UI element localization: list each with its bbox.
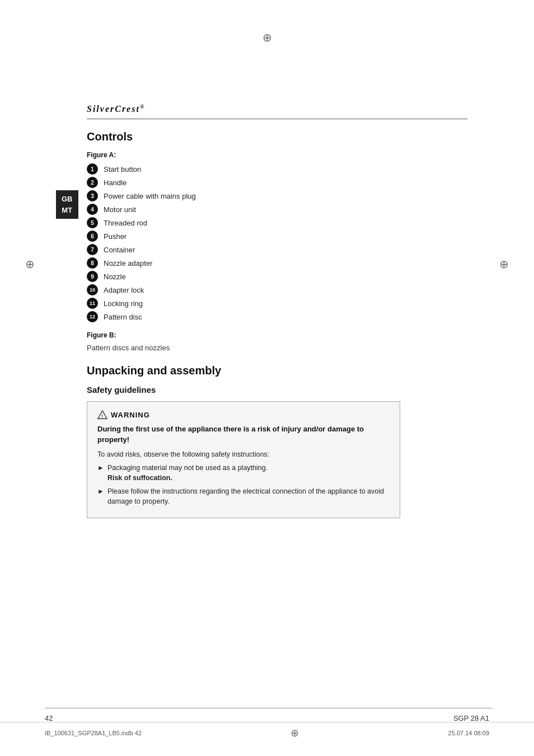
sidebar-line-1: GB xyxy=(62,194,73,205)
item-label-5: Threaded rod xyxy=(104,219,147,227)
model-number: SGP 28 A1 xyxy=(453,714,489,722)
safety-subheading: Safety guidelines xyxy=(87,385,467,395)
figure-a-label: Figure A: xyxy=(87,151,467,159)
warning-bold-1: Risk of suffocation. xyxy=(107,474,172,482)
list-item: 1 Start button xyxy=(87,163,467,175)
figure-b-label: Figure B: xyxy=(87,331,467,339)
footer: 42 SGP 28 A1 xyxy=(0,714,534,722)
controls-list: 1 Start button 2 Handle 3 Power cable wi… xyxy=(87,163,467,322)
page: ⊕ ⊕ ⊕ GB MT SilverCrest® Controls Figure… xyxy=(0,0,534,756)
item-label-4: Motor unit xyxy=(104,205,136,214)
figure-b-text: Pattern discs and nozzles xyxy=(87,344,467,352)
list-item: 4 Motor unit xyxy=(87,204,467,215)
item-number-3: 3 xyxy=(87,190,98,201)
warning-bullet-1: ► Packaging material may not be used as … xyxy=(97,463,390,483)
controls-heading: Controls xyxy=(87,130,467,143)
item-number-10: 10 xyxy=(87,284,98,295)
item-number-5: 5 xyxy=(87,217,98,228)
top-crosshair: ⊕ xyxy=(263,31,272,44)
footer-line xyxy=(45,708,493,708)
item-label-3: Power cable with mains plug xyxy=(104,192,196,200)
footer-sub: IB_100631_SGP28A1_LB5.indb 42 ⊕ 25.07.14… xyxy=(0,722,534,739)
item-label-6: Pusher xyxy=(104,232,127,241)
warning-triangle-icon: ! xyxy=(97,410,107,420)
footer-date-info: 25.07.14 08:09 xyxy=(448,730,489,736)
list-item: 11 Locking ring xyxy=(87,298,467,309)
list-item: 9 Nozzle xyxy=(87,271,467,282)
svg-text:!: ! xyxy=(101,414,104,419)
item-label-9: Nozzle xyxy=(104,273,126,281)
item-label-7: Container xyxy=(104,246,135,254)
bottom-crosshair: ⊕ xyxy=(291,727,299,739)
item-number-2: 2 xyxy=(87,177,98,188)
item-number-1: 1 xyxy=(87,163,98,175)
bullet-arrow-icon-2: ► xyxy=(97,487,104,496)
unpacking-heading: Unpacking and assembly xyxy=(87,364,467,377)
item-number-8: 8 xyxy=(87,257,98,269)
item-number-4: 4 xyxy=(87,204,98,215)
warning-intro: To avoid risks, observe the following sa… xyxy=(97,449,390,459)
warning-title: ! WARNING xyxy=(97,410,390,420)
list-item: 7 Container xyxy=(87,244,467,255)
item-label-8: Nozzle adapter xyxy=(104,259,152,267)
item-label-10: Adapter lock xyxy=(104,286,144,294)
brand-superscript: ® xyxy=(140,104,145,110)
warning-box: ! WARNING During the first use of the ap… xyxy=(87,401,400,518)
item-label-12: Pattern disc xyxy=(104,313,142,321)
figure-b-section: Figure B: Pattern discs and nozzles xyxy=(87,331,467,352)
footer-file-info: IB_100631_SGP28A1_LB5.indb 42 xyxy=(45,730,142,736)
bullet-arrow-icon-1: ► xyxy=(97,463,104,473)
warning-bullet-text-2: Please follow the instructions regarding… xyxy=(107,486,390,506)
sidebar-language-label: GB MT xyxy=(56,190,78,219)
warning-label: WARNING xyxy=(111,411,150,419)
warning-bullet-text-1: Packaging material may not be used as a … xyxy=(107,463,268,483)
brand-logo: SilverCrest® xyxy=(87,104,467,119)
left-crosshair: ⊕ xyxy=(25,257,35,271)
item-number-7: 7 xyxy=(87,244,98,255)
sidebar-line-2: MT xyxy=(62,205,73,216)
item-number-11: 11 xyxy=(87,298,98,309)
list-item: 12 Pattern disc xyxy=(87,311,467,322)
warning-main-text: During the first use of the appliance th… xyxy=(97,424,390,444)
item-label-1: Start button xyxy=(104,165,141,173)
page-number: 42 xyxy=(45,714,53,722)
brand-name: SilverCrest xyxy=(87,104,140,114)
item-label-2: Handle xyxy=(104,179,127,187)
list-item: 8 Nozzle adapter xyxy=(87,257,467,269)
list-item: 5 Threaded rod xyxy=(87,217,467,228)
list-item: 10 Adapter lock xyxy=(87,284,467,295)
item-number-9: 9 xyxy=(87,271,98,282)
item-number-6: 6 xyxy=(87,231,98,242)
main-content: SilverCrest® Controls Figure A: 1 Start … xyxy=(87,104,467,518)
item-label-11: Locking ring xyxy=(104,299,143,308)
list-item: 6 Pusher xyxy=(87,231,467,242)
item-number-12: 12 xyxy=(87,311,98,322)
right-crosshair: ⊕ xyxy=(499,257,509,271)
list-item: 3 Power cable with mains plug xyxy=(87,190,467,201)
list-item: 2 Handle xyxy=(87,177,467,188)
warning-bullet-2: ► Please follow the instructions regardi… xyxy=(97,486,390,506)
